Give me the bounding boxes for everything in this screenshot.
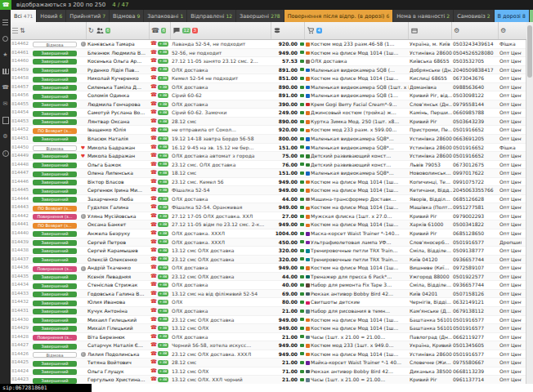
call-phone-icon[interactable]: ☎ xyxy=(150,350,157,358)
add-call-button[interactable]: +ЗВ xyxy=(158,334,168,339)
call-phone-icon[interactable]: ☎ xyxy=(150,316,157,323)
info-icon[interactable]: i xyxy=(81,214,86,219)
table-row[interactable]: 814431ЗавершенийКучук Антоніна☎+ЗВОЛХ до… xyxy=(11,307,526,316)
call-phone-icon[interactable]: ☎ xyxy=(150,281,157,288)
table-row[interactable]: 814450Відмова♥Микола Бадражан☎+ЗВ16.12 9… xyxy=(11,144,526,153)
status-badge[interactable]: Завершений xyxy=(33,378,77,384)
add-call-button[interactable]: +ЗВ xyxy=(158,326,168,331)
add-call-button[interactable]: +ЗВ xyxy=(158,136,168,141)
table-row[interactable]: 814446ЗавершенийВіктор Власов☎+ЗВ23.12 с… xyxy=(11,178,526,187)
add-call-button[interactable]: +ЗВ xyxy=(158,42,168,47)
call-phone-icon[interactable]: ☎ xyxy=(150,144,157,151)
call-phone-icon[interactable]: ☎ xyxy=(150,212,157,220)
add-call-button[interactable]: +ЗВ xyxy=(158,256,168,261)
tab-11[interactable]: Виконано3 xyxy=(530,10,533,22)
column-delivery[interactable] xyxy=(409,22,452,39)
call-phone-icon[interactable]: ☎ xyxy=(150,298,157,305)
add-call-button[interactable]: +ЗВ xyxy=(158,154,168,158)
add-call-button[interactable]: +ЗВ xyxy=(158,377,168,382)
table-row[interactable]: 814424ЗавершенийОльга Глущук☎+ЗВ13.12 см… xyxy=(11,368,526,376)
table-row[interactable]: 814427ЗавершенийСатарчук Наталія Є…☎+ЗВЧ… xyxy=(11,341,526,350)
column-status[interactable]: ⇅ xyxy=(11,22,87,39)
call-phone-icon[interactable]: ☎ xyxy=(150,195,157,203)
table-row[interactable]: 814423ЗавершенийГоргулько Христина…☎+ЗВ1… xyxy=(11,376,526,384)
status-badge[interactable]: Завершений xyxy=(33,59,77,65)
add-call-button[interactable]: +ЗВ xyxy=(158,360,168,365)
sip-call-bar[interactable]: sip:0672818601 xyxy=(0,384,92,392)
add-call-button[interactable]: +ЗВ xyxy=(158,85,168,90)
add-call-button[interactable]: +ЗВ xyxy=(158,205,168,210)
status-badge[interactable]: ПО Возврат (з… xyxy=(33,206,77,212)
add-call-button[interactable]: +ЗВ xyxy=(158,197,168,202)
table-row[interactable]: 814442Повернення (з…iУляна Мусійовська☎+… xyxy=(11,212,526,221)
table-row[interactable]: 814458ЗавершенийНиколай Кучеренко☎+ЗВКем… xyxy=(11,74,526,83)
table-row[interactable]: 814429ЗавершенийМихаіл Гілецький☎+ЗВ13.1… xyxy=(11,324,526,333)
table-row[interactable]: 814426ВідмоваiЛилия Подолинська☎+ЗВ23.12… xyxy=(11,350,526,359)
add-call-button[interactable]: +ЗВ xyxy=(158,309,168,314)
table-row[interactable]: 814439ЗавершенийСергей Петров☎+ЗВОЛХ дос… xyxy=(11,238,526,247)
add-call-button[interactable]: +ЗВ xyxy=(158,222,168,227)
table-row[interactable]: 814445ЗавершенийСергенюк Ірина Ми…☎+ЗВФі… xyxy=(11,186,526,195)
table-row[interactable]: 814447ЗавершенийОлена Липенська☎+ЗВ18.12… xyxy=(11,169,526,178)
column-customer[interactable]: ↻ 6 xyxy=(87,22,150,39)
add-call-button[interactable]: +ЗВ xyxy=(158,171,168,176)
table-row[interactable]: 814432ЗавершенийЮлия Иванова☎+ЗВОЛХ80.00… xyxy=(11,298,526,307)
call-phone-icon[interactable]: ☎ xyxy=(150,100,157,108)
tab-0[interactable]: Всі471 xyxy=(11,10,37,22)
status-badge[interactable]: Відмова xyxy=(33,145,77,151)
tab-6[interactable]: Завершені278 xyxy=(236,10,284,22)
call-phone-icon[interactable]: ☎ xyxy=(150,203,157,211)
tab-1[interactable]: Новий6 xyxy=(37,10,66,22)
sort-icon[interactable]: ⇅ xyxy=(20,28,25,34)
add-call-button[interactable]: +ЗВ xyxy=(158,93,168,98)
add-call-button[interactable]: +ЗВ xyxy=(158,300,168,305)
status-badge[interactable]: Завершений xyxy=(33,257,77,263)
document-icon[interactable] xyxy=(0,116,11,125)
status-badge[interactable]: Завершений xyxy=(33,240,77,246)
status-badge[interactable]: Завершений xyxy=(33,68,77,74)
status-badge[interactable]: Завершений xyxy=(33,301,77,306)
call-phone-icon[interactable]: ☎ xyxy=(150,57,157,65)
column-call[interactable]: ☎ 6 xyxy=(150,22,171,39)
call-phone-icon[interactable]: ☎ xyxy=(150,152,157,159)
add-call-button[interactable]: +ЗВ xyxy=(158,239,168,244)
status-badge[interactable]: Завершений xyxy=(33,102,77,108)
status-badge[interactable]: Завершений xyxy=(33,309,77,314)
status-badge[interactable]: Завершений xyxy=(33,248,77,254)
status-badge[interactable]: Завершений xyxy=(33,136,77,142)
vertical-scrollbar[interactable] xyxy=(526,22,533,384)
add-call-button[interactable]: +ЗВ xyxy=(158,317,168,322)
add-call-button[interactable]: +ЗВ xyxy=(158,283,168,287)
call-phone-icon[interactable]: ☎ xyxy=(150,368,157,375)
table-row[interactable]: 814434ЗавершенийСтеніслав Стрижак☎+ЗВОЛХ… xyxy=(11,281,526,290)
table-row[interactable]: 814454ЗавершенийСамотуй Руслана Во…☎+ЗВС… xyxy=(11,109,526,118)
mail-icon[interactable]: ✉ xyxy=(0,100,11,109)
table-row[interactable]: 814443ПО Возврат (з…Гудзлох Галина☎+ЗВФі… xyxy=(11,203,526,212)
tab-5[interactable]: Відправлені12 xyxy=(187,10,236,22)
status-badge[interactable]: Завершений xyxy=(33,189,77,194)
table-row[interactable]: 814435ЗавершенийКсенія Левадняя☎+ЗВ23.12… xyxy=(11,273,526,282)
add-call-button[interactable]: +ЗВ xyxy=(158,67,168,72)
call-phone-icon[interactable]: ☎ xyxy=(150,40,157,47)
call-phone-icon[interactable]: ☎ xyxy=(150,178,157,185)
status-badge[interactable]: Завершений xyxy=(33,361,77,367)
call-phone-icon[interactable]: ☎ xyxy=(150,135,157,142)
call-phone-icon[interactable]: ☎ xyxy=(150,273,157,280)
menu-icon[interactable] xyxy=(0,18,11,27)
status-badge[interactable]: Повернення (з… xyxy=(33,335,77,341)
tab-9[interactable]: Самовивіз2 xyxy=(454,10,494,22)
table-row[interactable]: 814444ЗавершенийЗахарченко Люба☎+ЗВОЛХ д… xyxy=(11,195,526,204)
table-row[interactable]: 814441ПО Возврат (з…Оксана Банкет☎+ЗВ27.… xyxy=(11,220,526,229)
column-total[interactable] xyxy=(271,22,305,39)
column-products[interactable]: 4 xyxy=(305,22,409,39)
table-row[interactable]: 814459ЗавершенийРуденко Лідія Пав…☎+ЗВОЛ… xyxy=(11,66,526,75)
info-icon[interactable]: i xyxy=(81,352,86,357)
call-phone-icon[interactable]: ☎ xyxy=(150,169,157,176)
add-call-button[interactable]: +ЗВ xyxy=(158,110,168,115)
status-badge[interactable]: Завершений xyxy=(33,283,77,289)
tab-3[interactable]: Відмова9 xyxy=(110,10,144,22)
add-call-button[interactable]: +ЗВ xyxy=(158,162,168,167)
call-phone-icon[interactable]: ☎ xyxy=(150,290,157,297)
table-row[interactable]: 814438ЗавершенийСергей Карамышев☎+ЗВ13.1… xyxy=(11,247,526,256)
status-badge[interactable]: Завершений xyxy=(33,77,77,82)
